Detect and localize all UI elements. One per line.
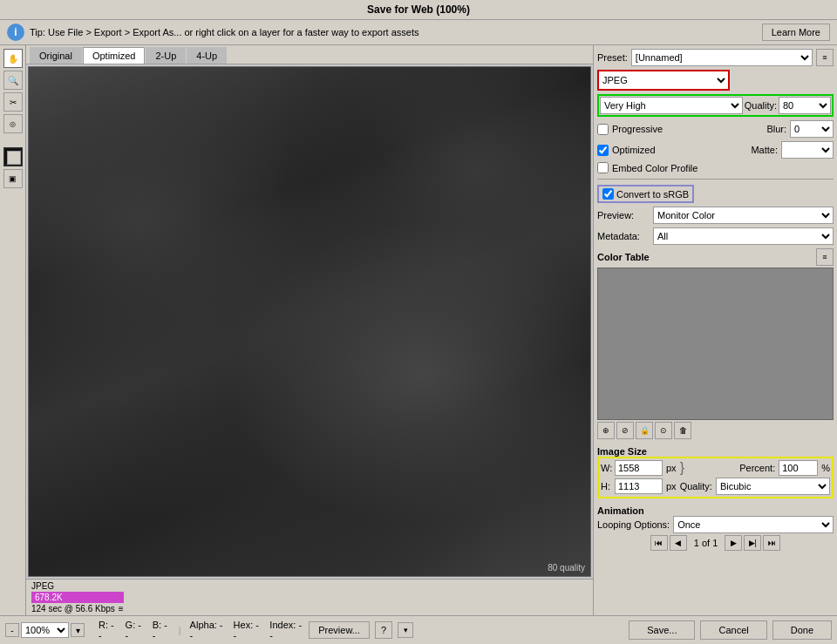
tip-bar: i Tip: Use File > Export > Export As... … [0,20,837,45]
h-label: H: [601,481,611,491]
looping-select[interactable]: Once [673,516,834,533]
toolbar: ✋ 🔍 ✂ ◎ ▣ [0,45,26,615]
nav-last[interactable]: ⏭ [763,535,780,551]
nav-prev[interactable]: ◀ [670,535,687,551]
color-table-toolbar: ⊕ ⊘ 🔒 ⊙ 🗑 [597,422,834,439]
file-info-left: JPEG 678.2K 124 sec @ 56.6 Kbps ≡ [31,581,124,613]
progressive-checkbox[interactable] [597,124,609,135]
alpha-info: Alpha: -- [190,620,225,641]
nav-play[interactable]: ▶ [725,535,742,551]
zoom-control: - 100% ▾ [5,622,85,638]
info-icon-small[interactable]: ≡ [119,604,124,613]
slice-tool[interactable]: ✂ [3,92,23,112]
height-input[interactable] [615,478,663,494]
percent-sign: % [821,463,830,473]
width-row: W: px } Percent: % [601,460,830,476]
tip-text: Tip: Use File > Export > Export As... or… [30,27,757,37]
window-title: Save for Web (100%) [367,3,470,16]
width-input[interactable] [615,460,663,476]
select-tool[interactable]: ◎ [3,114,23,133]
left-panel: ✋ 🔍 ✂ ◎ ▣ Original Optimized 2-Up 4-Up [0,45,593,615]
ct-btn-3[interactable]: 🔒 [636,422,653,439]
done-button[interactable]: Done [772,620,832,640]
metadata-row: Metadata: All [597,227,834,245]
tab-original[interactable]: Original [30,47,82,64]
divider-1 [597,179,834,180]
g-info: G: -- [126,620,144,641]
ct-btn-4[interactable]: ⊙ [655,422,672,439]
tab-optimized[interactable]: Optimized [83,47,146,64]
info-icon: i [7,24,24,41]
tab-2up[interactable]: 2-Up [146,47,186,64]
format-select[interactable]: JPEG [599,71,728,89]
format-label: JPEG [31,581,124,591]
color-table-section: Color Table ≡ ⊕ ⊘ 🔒 ⊙ 🗑 [597,248,834,439]
matte-label: Matte: [751,145,778,155]
learn-more-button[interactable]: Learn More [762,24,830,41]
preview-select[interactable]: Monitor Color [653,207,834,224]
embed-color-row: Embed Color Profile [597,162,834,173]
format-select-wrapper: JPEG [597,70,730,91]
optimized-matte-row: Optimized Matte: [597,141,834,159]
format-row: JPEG [597,70,834,91]
srgb-checkbox[interactable] [602,188,614,200]
quality-preset-select[interactable]: Very High [600,97,743,114]
tab-4up[interactable]: 4-Up [187,47,227,64]
progressive-blur-row: Progressive Blur: 0 [597,120,834,138]
matte-row: Matte: [745,141,834,159]
preview-button[interactable]: Preview... [309,621,370,639]
image-area: Original Optimized 2-Up 4-Up 80 quality … [26,45,593,615]
background-toggle[interactable]: ▣ [3,169,23,188]
quality-bicubic-select[interactable]: Bicubic [716,478,830,495]
ct-btn-1[interactable]: ⊕ [597,422,615,439]
color-table-menu[interactable]: ≡ [816,248,834,266]
index-info: Index: -- [269,620,303,641]
w-px-label: px [666,463,677,473]
preset-select[interactable]: [Unnamed] [631,49,813,66]
optimized-checkbox-row: Optimized [597,145,656,156]
quality-bicubic-label: Quality: [680,481,712,491]
nav-next[interactable]: ▶| [744,535,761,551]
transfer-rate: 124 sec @ 56.6 Kbps [31,604,115,613]
blur-label: Blur: [766,124,786,134]
percent-label: Percent: [739,463,775,473]
animation-section: Animation Looping Options: Once ⏮ ◀ 1 of… [597,504,834,551]
percent-input[interactable] [779,460,818,476]
metadata-select[interactable]: All [653,227,834,245]
ct-btn-5[interactable]: 🗑 [674,422,691,439]
embed-color-checkbox[interactable] [597,162,609,173]
srgb-label: Convert to sRGB [616,189,689,200]
zoom-dropdown[interactable]: ▾ [71,623,85,637]
nav-first[interactable]: ⏮ [650,535,668,551]
blur-select[interactable]: 0 [790,120,834,138]
srgb-wrapper: Convert to sRGB [597,185,694,203]
cancel-button[interactable]: Cancel [700,620,766,640]
color-table-area [597,268,834,420]
help-button[interactable]: ? [375,621,392,639]
matte-select[interactable] [781,141,834,159]
zoom-select[interactable]: 100% [21,622,69,638]
embed-color-label: Embed Color Profile [612,163,698,173]
right-panel: Preset: [Unnamed] ≡ JPEG Very High Quali… [593,45,837,615]
main-content: ✋ 🔍 ✂ ◎ ▣ Original Optimized 2-Up 4-Up [0,45,837,615]
color-info: R: -- G: -- B: -- | Alpha: -- Hex: -- In… [90,620,303,641]
zoom-minus[interactable]: - [5,623,19,637]
hand-tool[interactable]: ✋ [3,49,23,68]
preset-menu-button[interactable]: ≡ [816,49,834,66]
quality-row: Very High Quality: 80 [597,94,834,117]
optimized-checkbox[interactable] [597,145,609,156]
foreground-color[interactable] [3,147,23,166]
image-tabs: Original Optimized 2-Up 4-Up [26,45,593,64]
title-bar: Save for Web (100%) [0,0,837,20]
zoom-tool[interactable]: 🔍 [3,71,23,90]
quality-value-select[interactable]: 80 [779,97,831,114]
file-size-badge: 678.2K [31,592,124,603]
frame-nav: ⏮ ◀ 1 of 1 ▶ ▶| ⏭ [597,535,834,551]
preview-row-label: Preview: [597,210,650,220]
help-arrow[interactable]: ▾ [398,622,413,638]
ct-btn-2[interactable]: ⊘ [616,422,634,439]
preview-row: Preview: Monitor Color [597,207,834,224]
b-info: B: -- [153,620,170,641]
save-button[interactable]: Save... [629,620,695,640]
quality-label: Quality: [745,100,777,111]
